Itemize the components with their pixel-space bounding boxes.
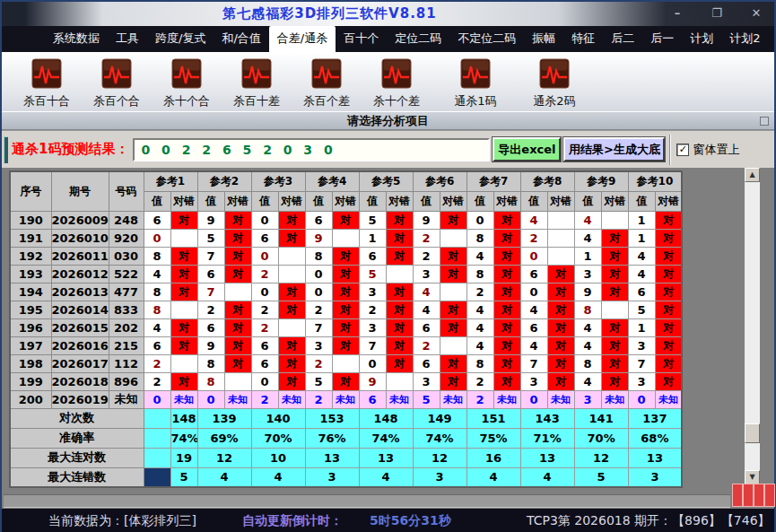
cell-value[interactable]: 2 bbox=[520, 229, 547, 247]
cell-mark[interactable]: 未知 bbox=[547, 390, 574, 408]
cell-mark[interactable]: 对 bbox=[332, 247, 359, 265]
scroll-up-icon[interactable]: ▲ bbox=[745, 168, 760, 182]
cell-value[interactable]: 2 bbox=[466, 283, 493, 301]
cell-value[interactable]: 3 bbox=[520, 372, 547, 390]
cell-mark[interactable]: 对 bbox=[278, 354, 305, 372]
cell-value[interactable]: 3 bbox=[574, 390, 601, 408]
cell-value[interactable]: 8 bbox=[144, 283, 170, 301]
tool-button-3[interactable]: 杀十个合 bbox=[156, 58, 217, 109]
cell-mark[interactable]: 对 bbox=[386, 229, 413, 247]
cell-mark[interactable]: 对 bbox=[601, 283, 628, 301]
topmost-checkbox[interactable] bbox=[676, 144, 689, 156]
cell-value[interactable]: 4 bbox=[466, 318, 493, 336]
scroll-thumb[interactable] bbox=[745, 423, 760, 443]
summary-value[interactable]: 4 bbox=[197, 467, 251, 487]
cell-mark[interactable]: 对 bbox=[440, 265, 466, 283]
summary-value[interactable]: 10 bbox=[251, 448, 305, 467]
cell-value[interactable]: 0 bbox=[359, 354, 386, 372]
cell-mark[interactable] bbox=[224, 372, 251, 390]
summary-value[interactable]: 139 bbox=[197, 408, 251, 428]
summary-value[interactable]: 13 bbox=[305, 448, 359, 467]
result-input[interactable] bbox=[133, 138, 490, 161]
summary-value[interactable]: 70% bbox=[574, 428, 628, 448]
maximize-icon[interactable]: ❐ bbox=[708, 4, 726, 22]
cell-mark[interactable]: 对 bbox=[655, 229, 682, 247]
tool-button-6[interactable]: 杀十个差 bbox=[366, 58, 427, 109]
cell-mark[interactable]: 对 bbox=[493, 229, 520, 247]
cell-mark[interactable]: 对 bbox=[655, 372, 682, 390]
cell-value[interactable]: 6 bbox=[359, 390, 386, 408]
summary-value[interactable]: 13 bbox=[628, 448, 682, 467]
menu-item-3[interactable]: 跨度/复式 bbox=[147, 26, 214, 52]
cell-value[interactable]: 6 bbox=[413, 318, 440, 336]
cell-value[interactable]: 4 bbox=[628, 265, 655, 283]
cell-value[interactable]: 5 bbox=[413, 390, 440, 408]
summary-value[interactable]: 74% bbox=[170, 428, 197, 448]
summary-value[interactable]: 76% bbox=[305, 428, 359, 448]
cell-mark[interactable] bbox=[547, 211, 574, 229]
cell-value[interactable]: 1 bbox=[628, 229, 655, 247]
cell-value[interactable]: 9 bbox=[305, 229, 332, 247]
cell-mark[interactable]: 对 bbox=[655, 336, 682, 354]
cell-mark[interactable]: 对 bbox=[170, 211, 197, 229]
panel-corner-icon[interactable] bbox=[760, 117, 769, 126]
cell-value[interactable]: 4 bbox=[520, 301, 547, 318]
cell-value[interactable]: 4 bbox=[574, 229, 601, 247]
cell-value[interactable]: 2 bbox=[197, 301, 224, 318]
cell-value[interactable]: 6 bbox=[144, 336, 170, 354]
summary-value[interactable]: 5 bbox=[574, 467, 628, 487]
cell-mark[interactable] bbox=[170, 354, 197, 372]
cell-value[interactable]: 0 bbox=[305, 283, 332, 301]
cell-value[interactable]: 9 bbox=[197, 336, 224, 354]
cell-value[interactable]: 4 bbox=[574, 318, 601, 336]
summary-value[interactable]: 143 bbox=[520, 408, 574, 428]
cell-mark[interactable]: 对 bbox=[332, 318, 359, 336]
summary-value[interactable]: 74% bbox=[413, 428, 466, 448]
cell-mark[interactable]: 对 bbox=[332, 265, 359, 283]
summary-value[interactable]: 148 bbox=[170, 408, 197, 428]
cell-mark[interactable] bbox=[386, 372, 413, 390]
cell-value[interactable]: 3 bbox=[628, 372, 655, 390]
cell-value[interactable]: 2 bbox=[251, 318, 278, 336]
cell-value[interactable]: 3 bbox=[413, 265, 440, 283]
summary-gap-cell[interactable] bbox=[144, 408, 170, 428]
cell-mark[interactable]: 对 bbox=[601, 354, 628, 372]
cell-mark[interactable]: 对 bbox=[224, 301, 251, 318]
cell-mark[interactable]: 对 bbox=[601, 247, 628, 265]
cell-mark[interactable]: 未知 bbox=[493, 390, 520, 408]
cell-mark[interactable]: 对 bbox=[278, 301, 305, 318]
cell-mark[interactable]: 对 bbox=[278, 336, 305, 354]
cell-value[interactable]: 6 bbox=[305, 211, 332, 229]
export-excel-button[interactable]: 导出excel bbox=[493, 137, 561, 161]
cell-value[interactable]: 1 bbox=[574, 247, 601, 265]
summary-gap-cell[interactable] bbox=[144, 467, 170, 487]
cell-value[interactable]: 0 bbox=[520, 247, 547, 265]
cell-mark[interactable]: 对 bbox=[440, 247, 466, 265]
cell-mark[interactable]: 对 bbox=[601, 265, 628, 283]
cell-mark[interactable] bbox=[278, 318, 305, 336]
summary-value[interactable]: 4 bbox=[466, 467, 520, 487]
title-bar[interactable]: 第七感福彩3D排列三软件V8.81 – ❐ ✕ bbox=[2, 2, 774, 27]
cell-mark[interactable]: 对 bbox=[386, 247, 413, 265]
scroll-down-icon[interactable]: ▼ bbox=[745, 470, 760, 484]
summary-value[interactable]: 3 bbox=[628, 467, 682, 487]
cell-value[interactable]: 7 bbox=[197, 247, 224, 265]
cell-value[interactable]: 3 bbox=[305, 336, 332, 354]
cell-value[interactable]: 6 bbox=[251, 229, 278, 247]
tool-button-8[interactable]: 通杀2码 bbox=[524, 58, 585, 109]
cell-value[interactable]: 7 bbox=[359, 336, 386, 354]
summary-value[interactable]: 137 bbox=[628, 408, 682, 428]
cell-mark[interactable] bbox=[278, 265, 305, 283]
cell-mark[interactable]: 对 bbox=[655, 247, 682, 265]
cell-value[interactable]: 2 bbox=[251, 301, 278, 318]
cell-mark[interactable] bbox=[224, 283, 251, 301]
cell-value[interactable]: 7 bbox=[197, 283, 224, 301]
summary-value[interactable]: 12 bbox=[197, 448, 251, 467]
cell-value[interactable]: 4 bbox=[144, 318, 170, 336]
cell-mark[interactable]: 对 bbox=[493, 354, 520, 372]
summary-value[interactable]: 4 bbox=[520, 467, 574, 487]
summary-value[interactable]: 12 bbox=[574, 448, 628, 467]
cell-mark[interactable]: 对 bbox=[493, 301, 520, 318]
cell-mark[interactable]: 对 bbox=[278, 229, 305, 247]
cell-mark[interactable]: 对 bbox=[332, 336, 359, 354]
